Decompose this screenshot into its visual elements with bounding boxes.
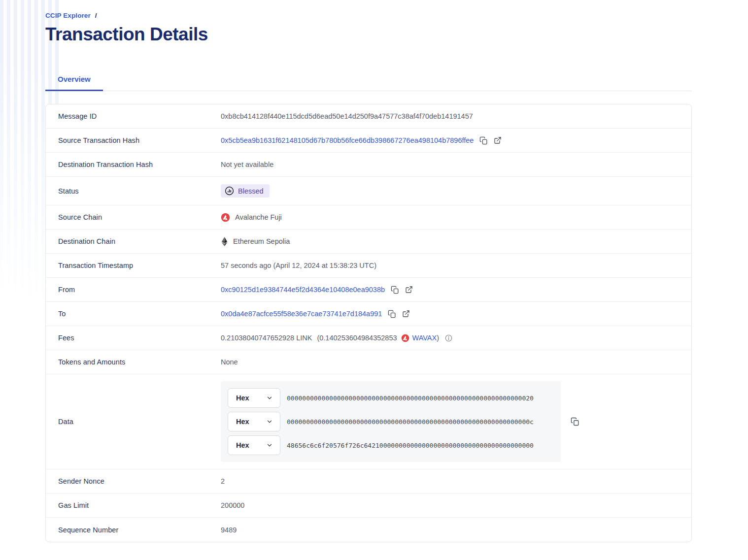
- hex-format-select[interactable]: Hex: [228, 435, 280, 455]
- row-dest-chain: Destination Chain Ethereum Sepolia: [46, 230, 691, 254]
- hex-format-select[interactable]: Hex: [228, 388, 280, 408]
- page-title: Transaction Details: [45, 24, 692, 45]
- transaction-details-page: CCIP Explorer / Transaction Details Over…: [0, 0, 748, 542]
- tab-overview[interactable]: Overview: [45, 69, 103, 91]
- source-tx-hash-label: Source Transaction Hash: [46, 136, 221, 144]
- data-hexbox: Hex 000000000000000000000000000000000000…: [221, 381, 561, 462]
- status-badge-text: Blessed: [238, 187, 264, 195]
- row-to: To 0x0da4e87acfce55f58e36e7cae73741e7d18…: [46, 302, 691, 326]
- breadcrumb-ccip-explorer-link[interactable]: CCIP Explorer: [45, 12, 91, 19]
- details-card: Message ID 0xb8cb414128f440e115dcd5d6ead…: [45, 104, 692, 542]
- row-sequence-number: Sequence Number 9489: [46, 518, 691, 542]
- breadcrumb: CCIP Explorer /: [45, 12, 692, 19]
- timestamp-value: 57 seconds ago (April 12, 2024 at 15:38:…: [221, 262, 376, 269]
- row-message-id: Message ID 0xb8cb414128f440e115dcd5d6ead…: [46, 104, 691, 129]
- row-source-tx-hash: Source Transaction Hash 0x5cb5ea9b1631f6…: [46, 129, 691, 153]
- tokens-amounts-value: None: [221, 358, 238, 366]
- fees-label: Fees: [46, 334, 221, 342]
- row-tokens-amounts: Tokens and Amounts None: [46, 350, 691, 374]
- timestamp-label: Transaction Timestamp: [46, 262, 221, 269]
- dest-chain-label: Destination Chain: [46, 237, 221, 245]
- tab-bar: Overview: [45, 69, 692, 91]
- breadcrumb-separator: /: [95, 12, 97, 19]
- data-hex-value: 0000000000000000000000000000000000000000…: [287, 395, 534, 402]
- dest-chain-value: Ethereum Sepolia: [233, 237, 290, 245]
- status-label: Status: [46, 187, 221, 195]
- sequence-number-value: 9489: [221, 526, 237, 534]
- sender-nonce-value: 2: [221, 477, 225, 485]
- chevron-down-icon: [266, 442, 273, 449]
- data-hex-value: 48656c6c6f20576f726c64210000000000000000…: [287, 442, 534, 449]
- data-hexline: Hex 000000000000000000000000000000000000…: [228, 412, 554, 431]
- external-link-icon[interactable]: [494, 136, 502, 144]
- row-dest-tx-hash: Destination Transaction Hash Not yet ava…: [46, 153, 691, 177]
- fees-link-amount: 0.21038040747652928 LINK: [221, 334, 312, 342]
- wavax-token-link[interactable]: WAVAX: [412, 334, 437, 342]
- external-link-icon[interactable]: [402, 310, 410, 318]
- row-gas-limit: Gas Limit 200000: [46, 494, 691, 518]
- copy-icon[interactable]: [479, 136, 488, 145]
- data-hexline: Hex 000000000000000000000000000000000000…: [228, 388, 554, 408]
- row-data: Data Hex 0000000000000000000000000000000…: [46, 374, 691, 469]
- copy-icon[interactable]: [388, 310, 396, 318]
- dest-tx-hash-value: Not yet available: [221, 161, 273, 168]
- source-chain-label: Source Chain: [46, 213, 221, 221]
- source-tx-hash-link[interactable]: 0x5cb5ea9b1631f62148105d67b780b56fce66db…: [221, 136, 474, 144]
- gas-limit-value: 200000: [221, 501, 244, 509]
- external-link-icon[interactable]: [405, 286, 413, 294]
- hex-format-select[interactable]: Hex: [228, 412, 280, 431]
- copy-icon[interactable]: [391, 286, 399, 294]
- row-status: Status Blessed: [46, 177, 691, 205]
- dest-tx-hash-label: Destination Transaction Hash: [46, 161, 221, 168]
- fees-converted-prefix: (0.140253604984352853: [317, 334, 397, 342]
- from-label: From: [46, 286, 221, 294]
- hex-format-select-value: Hex: [236, 441, 249, 449]
- to-label: To: [46, 310, 221, 318]
- row-fees: Fees 0.21038040747652928 LINK (0.1402536…: [46, 326, 691, 350]
- fees-converted-suffix: ): [437, 334, 439, 342]
- avalanche-logo-icon: [221, 213, 230, 222]
- chevron-down-icon: [266, 418, 273, 425]
- from-address-link[interactable]: 0xc90125d1e9384744e5f2d4364e10408e0ea903…: [221, 286, 385, 294]
- chevron-down-icon: [266, 395, 273, 401]
- data-label: Data: [46, 418, 221, 426]
- row-sender-nonce: Sender Nonce 2: [46, 469, 691, 494]
- ethereum-logo-icon: [221, 237, 228, 246]
- hex-format-select-value: Hex: [236, 394, 249, 402]
- tokens-amounts-label: Tokens and Amounts: [46, 358, 221, 366]
- source-chain-value: Avalanche Fuji: [235, 213, 282, 221]
- data-hex-value: 0000000000000000000000000000000000000000…: [287, 418, 534, 426]
- info-circle-icon[interactable]: [445, 334, 452, 342]
- sender-nonce-label: Sender Nonce: [46, 477, 221, 485]
- data-hexline: Hex 48656c6c6f20576f726c6421000000000000…: [228, 435, 554, 455]
- status-badge: Blessed: [221, 184, 270, 198]
- to-address-link[interactable]: 0x0da4e87acfce55f58e36e7cae73741e7d184a9…: [221, 310, 382, 318]
- message-id-value: 0xb8cb414128f440e115dcd5d6ead50e14d250f9…: [221, 112, 473, 120]
- hex-format-select-value: Hex: [236, 418, 249, 426]
- avalanche-logo-icon: [401, 334, 409, 342]
- row-from: From 0xc90125d1e9384744e5f2d4364e10408e0…: [46, 278, 691, 302]
- signal-bars-circle-icon: [225, 186, 234, 196]
- copy-icon[interactable]: [571, 417, 579, 426]
- message-id-label: Message ID: [46, 112, 221, 120]
- row-timestamp: Transaction Timestamp 57 seconds ago (Ap…: [46, 254, 691, 278]
- sequence-number-label: Sequence Number: [46, 526, 221, 534]
- gas-limit-label: Gas Limit: [46, 501, 221, 509]
- row-source-chain: Source Chain Avalanche Fuji: [46, 205, 691, 230]
